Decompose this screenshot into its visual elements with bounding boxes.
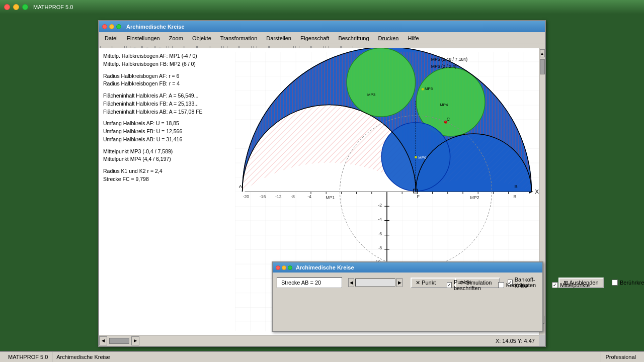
status-edition: Professional [601,354,640,360]
svg-text:MP4: MP4 [440,103,448,107]
close-btn[interactable] [4,4,10,10]
status-doc: Archimedische Kreise [52,352,601,362]
sub-content: Strecke AB = 20 ◀ ▶ ✕ Punkt Apollonius-K… [273,273,542,296]
sub-title-text: Archimedische Kreise [296,264,354,270]
menu-darstellen[interactable]: Darstellen [262,34,296,43]
svg-text:MP1: MP1 [326,195,335,200]
coord-display-text: X: 14.05 Y: 4.47 [496,338,539,344]
punkte-label: Punkte beschriften [454,279,482,291]
info-line5: Radius Halbkreisbogen FB: r = 4 [103,80,231,88]
svg-text:X: X [535,188,539,195]
strecke-slider[interactable] [355,279,395,287]
info-line4: Radius Halbkreisbogen AF: r = 6 [103,72,231,80]
maximize-btn[interactable] [22,4,28,10]
status-doc-text: Archimedische Kreise [56,354,110,360]
strecke-label: Strecke AB = 20 [281,280,321,286]
svg-text:-20: -20 [243,194,250,199]
menu-bar: Datei Einstellungen Zoom Objekte Transfo… [99,32,545,44]
berührkreise-label: Berührkreise [620,280,644,286]
svg-point-55 [347,48,415,117]
menu-objekte[interactable]: Objekte [188,34,216,43]
sub-window: Archimedische Kreise Strecke AB = 20 ◀ ▶… [272,261,543,332]
svg-text:-12: -12 [275,194,282,199]
svg-text:-4: -4 [378,217,382,222]
info-line18: Radius K1 und K2 r = 2,4 [103,167,231,175]
svg-text:-8: -8 [378,245,382,250]
svg-text:MP5: MP5 [425,86,433,91]
koordinaten-checkbox[interactable] [498,282,504,288]
menu-beschriftung[interactable]: Beschriftung [334,34,373,43]
svg-point-68 [422,88,424,90]
svg-text:C: C [447,117,450,122]
sub-close-btn[interactable] [276,265,280,270]
info-line12: Umfang Halbkreis FB: U = 12,566 [103,128,231,136]
sub-window-title: Archimedische Kreise [273,262,542,273]
svg-text:-8: -8 [291,194,295,199]
menu-eigenschaft[interactable]: Eigenschaft [296,34,334,43]
svg-text:-6: -6 [378,231,382,236]
info-line13: Umfang Halbkreis AB: U = 31,416 [103,136,231,144]
info-line7: Flächeninhalt Halbkreis AF: A = 56,549..… [103,92,231,100]
mittelpunkte-label: Mittelpunkte [560,282,590,288]
window-title: Archimedische Kreise [126,24,185,30]
svg-text:F: F [417,194,419,199]
minimize-btn[interactable] [13,4,19,10]
svg-text:A: A [239,184,243,189]
slider-right-btn[interactable]: ▶ [396,278,403,287]
win-close-btn[interactable] [102,24,107,29]
svg-text:B: B [514,184,518,189]
info-line15: Mittelpunkt MP3 (-0,4 / 7,589) [103,148,231,156]
status-edition-text: Professional [605,354,636,360]
info-line2: Mittelp. Halbkreisbogen FB: MP2 (6 / 0) [103,60,231,68]
title-bar: MATHPROF 5.0 [0,0,644,14]
status-bar: MATHPROF 5.0 Archimedische Kreise Profes… [0,351,644,362]
status-app-text: MATHPROF 5.0 [8,354,48,360]
window-title-bar: Archimedische Kreise [99,21,545,32]
info-panel: Mittelp. Halbkreisbogen AF: MP1 (-4 / 0)… [99,48,235,335]
menu-transformation[interactable]: Transformation [216,34,262,43]
mittelpunkte-checkbox[interactable] [552,282,558,288]
info-line8: Flächeninhalt Halbkreis FB: A = 25,133..… [103,100,231,108]
strecke-display: Strecke AB = 20 [277,277,342,288]
win-minimize-btn[interactable] [109,24,114,29]
slider-left-btn[interactable]: ◀ [348,278,354,287]
win-maximize-btn[interactable] [116,24,121,29]
berührkreise-checkbox[interactable] [612,280,618,286]
menu-zoom[interactable]: Zoom [165,34,188,43]
svg-text:-4: -4 [307,194,311,199]
svg-text:MP6: MP6 [418,155,426,160]
info-line1: Mittelp. Halbkreisbogen AF: MP1 (-4 / 0) [103,52,231,60]
svg-point-70 [415,156,417,158]
koordinaten-label: Koordinaten [506,282,536,288]
info-line9: Flächeninhalt Halbkreis AB: A = 157,08 F… [103,108,231,116]
svg-text:MP3: MP3 [367,93,375,97]
svg-text:MP2: MP2 [470,195,479,200]
menu-datei[interactable]: Datei [100,34,122,43]
svg-text:MP6 (2 / 2,4): MP6 (2 / 2,4) [431,64,457,69]
menu-drucken[interactable]: Drucken [374,34,404,43]
sub-minimize-btn[interactable] [282,265,286,270]
svg-text:-2: -2 [378,203,382,208]
punkte-checkbox[interactable] [447,282,452,288]
info-line19: Strecke FC = 9,798 [103,175,231,184]
svg-text:B: B [513,194,516,199]
status-app: MATHPROF 5.0 [4,352,52,362]
info-line16: Mittelpunkt MP4 (4,4 / 6,197) [103,155,231,163]
menu-einstellungen[interactable]: Einstellungen [122,34,165,43]
menu-hilfe[interactable]: Hilfe [404,34,424,43]
svg-text:MP5 (2,48 / 7,184): MP5 (2,48 / 7,184) [431,57,468,62]
svg-text:-16: -16 [260,194,266,199]
sub-maximize-btn[interactable] [288,265,292,270]
info-line11: Umfang Halbkreis AF: U = 18,85 [103,120,231,128]
scrollbar-bottom[interactable]: ◀ ▶ X: 14.05 Y: 4.47 [99,335,539,346]
app-title: MATHPROF 5.0 [33,4,73,10]
